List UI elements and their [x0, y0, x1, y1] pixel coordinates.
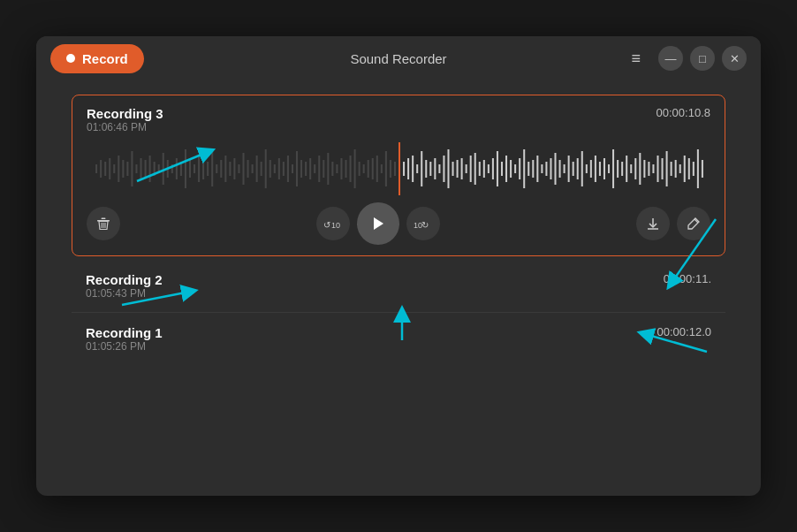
svg-rect-43 — [287, 156, 289, 182]
recording-item-active[interactable]: Recording 3 01:06:46 PM 00:00:10.8 — [72, 95, 725, 256]
svg-rect-32 — [238, 164, 239, 173]
svg-rect-123 — [648, 162, 649, 176]
svg-rect-9 — [135, 164, 137, 173]
svg-rect-94 — [519, 158, 520, 179]
svg-rect-111 — [595, 156, 596, 182]
svg-rect-47 — [305, 162, 307, 176]
svg-rect-55 — [340, 158, 342, 179]
svg-rect-72 — [421, 151, 422, 186]
svg-rect-50 — [318, 156, 320, 182]
download-button[interactable] — [636, 207, 670, 240]
svg-rect-56 — [345, 160, 346, 178]
svg-rect-102 — [555, 153, 557, 185]
svg-text:↻: ↻ — [421, 220, 429, 230]
trash-icon — [96, 217, 110, 231]
edit-button[interactable] — [677, 207, 710, 240]
svg-rect-100 — [545, 162, 547, 176]
svg-rect-70 — [412, 156, 414, 182]
svg-rect-82 — [466, 164, 467, 173]
svg-rect-11 — [145, 160, 147, 178]
titlebar: Record Sound Recorder ≡ — □ ✕ — [36, 36, 761, 80]
svg-rect-49 — [314, 164, 315, 173]
svg-marker-143 — [374, 217, 383, 230]
svg-rect-58 — [354, 149, 356, 188]
titlebar-left: Record — [50, 44, 144, 73]
play-button[interactable] — [357, 202, 399, 245]
svg-rect-54 — [336, 164, 338, 173]
svg-rect-64 — [381, 164, 383, 173]
recording-duration-1: 00:00:12.0 — [657, 325, 711, 338]
svg-rect-125 — [657, 156, 658, 182]
svg-rect-131 — [684, 156, 686, 182]
play-icon — [372, 217, 384, 231]
svg-rect-20 — [185, 149, 186, 188]
svg-rect-78 — [447, 149, 449, 188]
svg-rect-4 — [113, 164, 115, 173]
svg-rect-39 — [269, 160, 271, 178]
download-icon — [646, 217, 660, 231]
svg-rect-135 — [702, 160, 703, 178]
close-button[interactable]: ✕ — [722, 46, 747, 71]
svg-rect-97 — [532, 160, 534, 178]
svg-rect-30 — [229, 162, 231, 176]
recording-time-1: 01:05:26 PM — [86, 340, 163, 353]
svg-rect-10 — [140, 158, 142, 179]
recording-duration-2: 00:00:11. — [664, 272, 711, 285]
svg-rect-15 — [163, 153, 164, 185]
svg-rect-134 — [697, 149, 699, 188]
recording-time-2: 01:05:43 PM — [86, 287, 163, 300]
svg-rect-8 — [131, 151, 133, 186]
svg-rect-77 — [443, 156, 444, 182]
svg-rect-0 — [95, 164, 97, 173]
svg-rect-90 — [501, 162, 503, 176]
edit-icon — [687, 217, 701, 231]
svg-rect-89 — [497, 151, 498, 186]
svg-rect-137 — [102, 218, 106, 220]
recording-time-active: 01:06:46 PM — [87, 121, 163, 133]
forward-button[interactable]: 10 ↻ — [406, 207, 440, 240]
recording-item-2[interactable]: Recording 2 01:05:43 PM 00:00:11. — [72, 260, 725, 313]
svg-rect-57 — [350, 156, 352, 182]
svg-rect-130 — [679, 164, 681, 173]
svg-rect-118 — [626, 156, 627, 182]
playhead — [398, 142, 400, 195]
svg-rect-21 — [189, 160, 191, 178]
delete-button[interactable] — [87, 207, 120, 240]
recording-item-1[interactable]: Recording 1 01:05:26 PM 00:00:12.0 — [72, 313, 725, 365]
rewind-icon: ↺ 10 — [323, 217, 343, 231]
svg-rect-33 — [243, 153, 245, 185]
minimize-button[interactable]: — — [658, 46, 683, 71]
svg-rect-23 — [198, 156, 200, 182]
svg-text:10: 10 — [331, 221, 340, 230]
svg-rect-3 — [109, 158, 110, 179]
menu-button[interactable]: ≡ — [624, 46, 648, 72]
svg-rect-34 — [247, 160, 249, 178]
record-button[interactable]: Record — [50, 44, 144, 73]
svg-rect-69 — [407, 158, 409, 179]
svg-rect-83 — [470, 156, 472, 182]
svg-rect-16 — [167, 160, 169, 178]
ctrl-group-center: ↺ 10 10 ↻ — [316, 202, 440, 245]
svg-rect-25 — [207, 162, 209, 176]
recording-info-1: Recording 1 01:05:26 PM — [86, 325, 163, 353]
svg-rect-37 — [261, 162, 262, 176]
svg-rect-45 — [296, 151, 298, 186]
svg-rect-44 — [292, 164, 293, 173]
svg-rect-114 — [608, 164, 610, 173]
svg-rect-6 — [122, 160, 124, 178]
svg-rect-12 — [149, 156, 151, 182]
svg-rect-103 — [559, 160, 561, 178]
svg-rect-14 — [158, 164, 160, 173]
rewind-button[interactable]: ↺ 10 — [316, 207, 350, 240]
maximize-button[interactable]: □ — [690, 46, 715, 71]
waveform — [87, 142, 710, 195]
svg-rect-127 — [666, 151, 668, 186]
svg-rect-41 — [278, 158, 280, 179]
svg-rect-99 — [541, 164, 543, 173]
svg-rect-67 — [394, 162, 396, 176]
svg-rect-129 — [675, 160, 677, 178]
svg-rect-22 — [194, 164, 195, 173]
ctrl-group-left — [87, 207, 120, 240]
recording-duration-active: 00:00:10.8 — [657, 106, 710, 119]
svg-rect-31 — [233, 158, 235, 179]
